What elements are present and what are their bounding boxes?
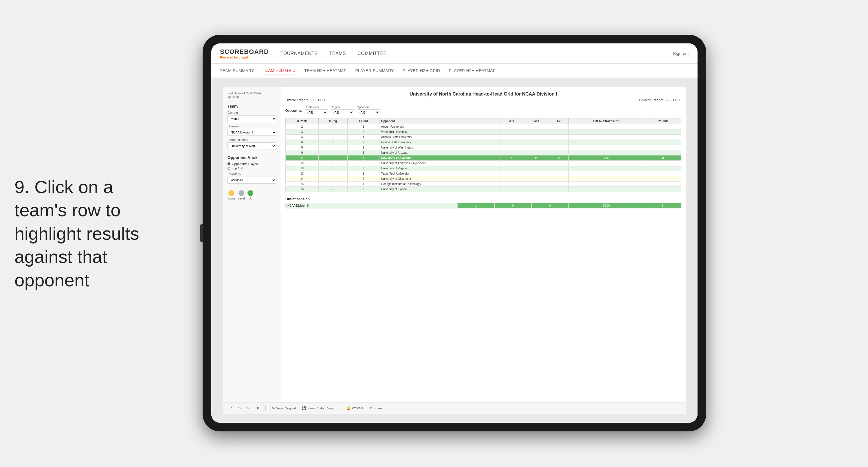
cell-rank: 9: [286, 150, 319, 155]
col-reg: # Reg: [318, 118, 347, 124]
cell-tie: [549, 166, 569, 171]
out-of-division-name: NCAA Division II: [286, 203, 458, 208]
cell-opponent: Texas Tech University: [379, 171, 500, 176]
table-row[interactable]: 6 - 2 Florida State University: [286, 140, 681, 145]
out-of-division-diff: 26.00: [568, 203, 644, 208]
region-select[interactable]: (All): [331, 110, 354, 115]
sub-nav-team-h2h-grid[interactable]: TEAM H2H GRID: [263, 67, 296, 75]
table-row[interactable]: 13 - 3 University of Virginia: [286, 166, 681, 171]
school-rank-label: School (Rank): [227, 138, 276, 142]
cell-rounds: [645, 140, 681, 145]
save-custom-view-button[interactable]: 💾 Save Custom View: [301, 406, 336, 411]
sub-nav-player-summary[interactable]: PLAYER SUMMARY: [355, 67, 394, 74]
table-row[interactable]: 16 - 3 University of Florida: [286, 187, 681, 192]
opponents-label: Opponents:: [285, 109, 302, 112]
cell-rank: 12: [286, 161, 319, 166]
instruction-text: 9. Click on a team's row to highlight re…: [14, 175, 153, 292]
cell-reg: -: [318, 176, 347, 181]
tablet-device: SCOREBOARD Powered by clippd TOURNAMENTS…: [203, 35, 706, 431]
cell-opponent: Vanderbilt University: [379, 129, 500, 135]
undo-button[interactable]: ↩: [227, 406, 234, 411]
sub-nav-player-h2h-heatmap[interactable]: PLAYER H2H HEATMAP: [449, 67, 496, 74]
cell-rounds: [645, 171, 681, 176]
cell-win: [500, 135, 523, 140]
cell-opponent: University of Alabama: [379, 155, 500, 161]
share-button[interactable]: ⬆ Share: [368, 406, 383, 411]
table-row[interactable]: 8 - 2 University of Washington: [286, 145, 681, 150]
watch-button[interactable]: 🔔 Watch ▾: [345, 406, 365, 411]
cell-diff: [568, 166, 645, 171]
cell-opponent: Florida State University: [379, 140, 500, 145]
cell-opponent: University of Arkansas, Fayetteville: [379, 161, 500, 166]
school-rank-select[interactable]: University of Nort...: [227, 142, 276, 149]
table-row[interactable]: 11 - 5 University of Alabama 3 0 0 2.61 …: [286, 155, 681, 161]
cell-rank: 3: [286, 129, 319, 135]
cell-conf: 3: [348, 150, 379, 155]
cell-diff: [568, 140, 645, 145]
cell-tie: [549, 145, 569, 150]
radio-top100[interactable]: Top 100: [227, 167, 276, 170]
nav-tournaments[interactable]: TOURNAMENTS: [280, 49, 318, 58]
cell-tie: [549, 171, 569, 176]
cell-loss: [523, 161, 549, 166]
pause-button[interactable]: ⏸: [254, 406, 261, 411]
reset-button[interactable]: ↺: [245, 406, 251, 411]
bell-icon: 🔔: [346, 406, 350, 410]
view-original-button[interactable]: 👁 View: Original: [270, 406, 298, 411]
cell-rounds: [645, 145, 681, 150]
col-rounds: Rounds: [645, 118, 681, 124]
table-row[interactable]: 4 - 1 Arizona State University: [286, 135, 681, 140]
conference-select[interactable]: (All): [305, 110, 328, 115]
table-row[interactable]: 3 - 2 Vanderbilt University: [286, 129, 681, 135]
cell-conf: 3: [348, 187, 379, 192]
legend-down-dot: [228, 190, 234, 196]
out-of-division-table: NCAA Division II 1 0 0 26.00 3: [285, 203, 681, 208]
sign-out-link[interactable]: Sign out: [673, 51, 689, 56]
conference-filter: Conference (All): [305, 106, 328, 115]
sub-nav-team-summary[interactable]: TEAM SUMMARY: [220, 67, 254, 74]
out-of-division-row[interactable]: NCAA Division II 1 0 0 26.00 3: [286, 203, 681, 208]
cell-diff: [568, 171, 645, 176]
nav-teams[interactable]: TEAMS: [329, 49, 346, 58]
cell-opponent: University of Oklahoma: [379, 176, 500, 181]
cell-loss: [523, 176, 549, 181]
cell-opponent: University of Virginia: [379, 166, 500, 171]
cell-opponent: University of Washington: [379, 145, 500, 150]
table-row[interactable]: 12 - 6 University of Arkansas, Fayettevi…: [286, 161, 681, 166]
team-section-title: Team: [227, 104, 276, 109]
opponent-select[interactable]: (All): [357, 110, 380, 115]
left-panel: Last Updated: 27/03/2024 16:55:38 Team G…: [223, 87, 281, 414]
cell-rank: 15: [286, 181, 319, 187]
table-row[interactable]: 14 - 2 University of Oklahoma: [286, 176, 681, 181]
colour-by-select[interactable]: Win/loss: [227, 177, 276, 183]
sub-nav-player-h2h-grid[interactable]: PLAYER H2H GRID: [403, 67, 440, 74]
sub-nav-team-h2h-heatmap[interactable]: TEAM H2H HEATMAP: [304, 67, 346, 74]
cell-win: [500, 145, 523, 150]
view-icon: 👁: [272, 407, 275, 410]
cell-reg: -: [318, 155, 347, 161]
cell-tie: [549, 176, 569, 181]
cell-rounds: [645, 161, 681, 166]
radio-opponents-played[interactable]: Opponents Played: [227, 162, 276, 166]
cell-rounds: [645, 187, 681, 192]
gender-select[interactable]: Men's: [227, 115, 276, 122]
opponent-view-title: Opponent View: [227, 155, 276, 160]
nav-committee[interactable]: COMMITTEE: [358, 49, 387, 58]
legend-down: Down: [227, 190, 235, 200]
table-row[interactable]: 9 - 3 University of Arizona: [286, 150, 681, 155]
sub-navigation: TEAM SUMMARY TEAM H2H GRID TEAM H2H HEAT…: [211, 64, 698, 78]
cell-reg: -: [318, 150, 347, 155]
cell-diff: 2.61: [568, 155, 645, 161]
division-select[interactable]: NCAA Division I: [227, 129, 276, 136]
cell-rounds: 8: [645, 155, 681, 161]
logo-area: SCOREBOARD Powered by clippd: [220, 48, 269, 59]
legend-level-dot: [239, 190, 244, 196]
table-row[interactable]: 2 - 1 Auburn University: [286, 124, 681, 129]
redo-button[interactable]: ↪: [237, 406, 243, 411]
tablet-screen: SCOREBOARD Powered by clippd TOURNAMENTS…: [211, 43, 698, 423]
cell-tie: 0: [549, 155, 569, 161]
table-row[interactable]: 13 - 1 Texas Tech University: [286, 171, 681, 176]
table-row[interactable]: 15 - 4 Georgia Institute of Technology: [286, 181, 681, 187]
cell-rounds: [645, 181, 681, 187]
cell-rank: 8: [286, 145, 319, 150]
